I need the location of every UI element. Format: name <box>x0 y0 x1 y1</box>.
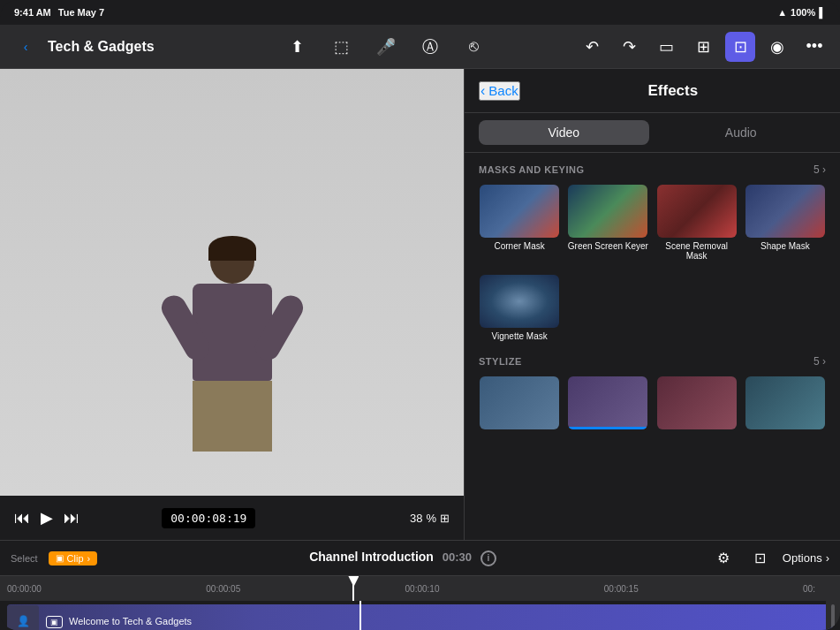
timeline-ruler: 00:00:00 00:00:05 00:00:10 00:00:15 00: <box>0 576 840 601</box>
person-hair <box>208 236 256 261</box>
camera-button[interactable]: ⬚ <box>327 32 357 62</box>
undo-button[interactable]: ↶ <box>577 32 607 62</box>
chevron-left-blue-icon: ‹ <box>481 83 485 99</box>
stylize1-thumb <box>480 376 559 429</box>
masks-section-count: 5 › <box>814 163 826 176</box>
stylize1-item[interactable] <box>479 376 560 429</box>
corner-mask-label: Corner Mask <box>495 241 545 251</box>
zoom-control: 38 % ⊞ <box>410 512 450 525</box>
video-track[interactable]: 👤 ▣ Welcome to Tech & Gadgets <box>7 604 833 630</box>
scene-removal-item[interactable]: Scene Removal Mask <box>656 185 738 261</box>
chevron-left-icon: ‹ <box>24 40 28 54</box>
timeline-crop-button[interactable]: ⊡ <box>745 543 776 573</box>
ruler-mark-10: 00:00:10 <box>405 584 440 594</box>
video-track-label: ▣ Welcome to Tech & Gadgets <box>39 616 199 626</box>
skip-back-icon: ⏮ <box>14 509 30 527</box>
effects-tabs: Video Audio <box>465 113 840 153</box>
skip-forward-button[interactable]: ⏭ <box>64 509 79 528</box>
export-button[interactable]: ⬆ <box>283 32 313 62</box>
corner-mask-item[interactable]: Corner Mask <box>479 185 560 261</box>
stylize4-thumb <box>745 376 825 429</box>
shape-mask-item[interactable]: Shape Mask <box>745 185 826 261</box>
scene-removal-thumb <box>657 185 737 238</box>
video-effects-button[interactable]: ⊡ <box>725 32 755 62</box>
share-button[interactable]: ⎋ <box>459 32 489 62</box>
status-bar: 9:41 AM Tue May 7 ▲ 100% ▌ <box>0 0 840 25</box>
main-toolbar: ‹ Tech & Gadgets ⬆ ⬚ 🎤 Ⓐ ⎋ ↶ ↷ ▭ ⊞ <box>0 25 840 69</box>
redo-button[interactable]: ↷ <box>614 32 644 62</box>
main-area: ⏮ ▶ ⏭ 00:00:08:19 38 % ⊞ ‹ Back E <box>0 69 840 540</box>
photos-icon: ⊞ <box>697 37 710 57</box>
clip-chevron-icon: › <box>87 553 91 564</box>
play-button[interactable]: ▶ <box>41 508 53 528</box>
timeline-header: Select ▣ Clip › Channel Introduction 00:… <box>0 541 840 576</box>
effects-back-button[interactable]: ‹ Back <box>479 81 520 101</box>
status-right: ▲ 100% ▌ <box>777 7 826 18</box>
ruler-mark-15: 00:00:15 <box>604 584 639 594</box>
options-button[interactable]: Options › <box>783 551 829 565</box>
timeline-title-container: Channel Introduction 00:30 i <box>108 550 698 566</box>
mic-icon: 🎤 <box>376 37 396 57</box>
monitor-icon: ▭ <box>659 37 674 57</box>
toolbar-right: ↶ ↷ ▭ ⊞ ⊡ ◉ ••• <box>577 32 829 62</box>
tab-audio[interactable]: Audio <box>656 120 827 145</box>
ellipsis-icon: ••• <box>806 37 823 56</box>
play-icon: ▶ <box>41 509 53 527</box>
masks-grid-row2: Vignette Mask <box>479 275 826 341</box>
person-pants <box>193 381 272 452</box>
masks-grid: Corner Mask Green Screen Keyer Scene Rem… <box>479 185 826 261</box>
skip-forward-icon: ⏭ <box>64 509 79 527</box>
stylize-section-count: 5 › <box>814 355 826 368</box>
video-controls: ⏮ ▶ ⏭ 00:00:08:19 38 % ⊞ <box>0 496 464 540</box>
playhead-top <box>352 576 354 601</box>
vignette-mask-item[interactable]: Vignette Mask <box>479 275 560 341</box>
back-button[interactable]: ‹ <box>11 32 41 62</box>
effects-title: Effects <box>520 82 826 100</box>
effects-content: MASKS AND KEYING 5 › Corner Mask Green S… <box>465 153 840 540</box>
stylize3-thumb <box>657 376 737 429</box>
share-icon: ⎋ <box>469 37 479 56</box>
video-preview: ⏮ ▶ ⏭ 00:00:08:19 38 % ⊞ <box>0 69 464 540</box>
photos-button[interactable]: ⊞ <box>688 32 718 62</box>
ruler-marks: 00:00:00 00:00:05 00:00:10 00:00:15 00: <box>7 584 833 594</box>
select-label: Select <box>11 553 38 564</box>
scrollbar-thumb <box>831 604 835 630</box>
options-chevron-icon: › <box>826 551 829 565</box>
zoom-unit: % <box>426 512 436 525</box>
ruler-mark-5: 00:00:05 <box>206 584 240 594</box>
monitor-button[interactable]: ▭ <box>651 32 681 62</box>
eye-button[interactable]: ◉ <box>762 32 792 62</box>
masks-section-header: MASKS AND KEYING 5 › <box>479 163 826 176</box>
video-track-thumb: 👤 <box>7 605 39 630</box>
voiceover-icon: Ⓐ <box>422 36 438 57</box>
project-title: Tech & Gadgets <box>48 39 155 55</box>
green-screen-thumb <box>568 185 647 238</box>
timeline-settings-button[interactable]: ⚙ <box>708 543 738 573</box>
video-subject <box>144 239 321 496</box>
skip-back-button[interactable]: ⏮ <box>14 509 30 528</box>
stylize-grid <box>479 376 826 429</box>
green-screen-item[interactable]: Green Screen Keyer <box>567 185 648 261</box>
stylize2-item[interactable] <box>567 376 648 429</box>
timeline-scrollbar[interactable] <box>826 601 840 630</box>
clip-label: Clip <box>67 553 84 564</box>
timeline-duration: 00:30 <box>443 550 472 564</box>
scene-removal-label: Scene Removal Mask <box>656 241 738 261</box>
mic-button[interactable]: 🎤 <box>371 32 401 62</box>
effects-back-label: Back <box>488 83 518 98</box>
more-button[interactable]: ••• <box>799 32 829 62</box>
toolbar-left: ‹ Tech & Gadgets <box>11 32 194 62</box>
voiceover-button[interactable]: Ⓐ <box>415 32 445 62</box>
timecode-value: 00:00:08:19 <box>170 512 246 525</box>
stylize4-item[interactable] <box>745 376 826 429</box>
timecode-display: 00:00:08:19 <box>162 508 255 528</box>
person-body <box>193 284 272 381</box>
timeline-title: Channel Introduction <box>309 550 434 564</box>
person-arm-left <box>156 291 213 364</box>
stylize-section-title: STYLIZE <box>479 356 522 367</box>
export-icon: ⬆ <box>291 37 304 57</box>
stylize3-item[interactable] <box>656 376 738 429</box>
clip-badge: ▣ Clip › <box>49 551 98 565</box>
tab-video[interactable]: Video <box>479 120 649 145</box>
shape-mask-thumb <box>745 185 825 238</box>
